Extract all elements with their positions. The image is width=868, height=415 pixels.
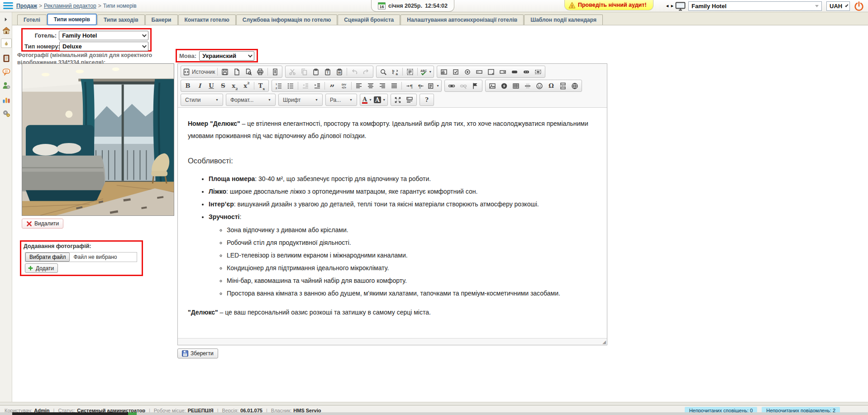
numbered-list-button[interactable]: 12 <box>273 81 285 91</box>
special-char-button[interactable]: Ω <box>545 81 557 91</box>
swap-arrows-icon[interactable]: ◄► <box>665 4 675 8</box>
workstation-icon[interactable] <box>675 2 686 11</box>
logout-power-button[interactable] <box>854 1 864 12</box>
save-button[interactable]: Зберегти <box>177 348 218 358</box>
strikethrough-button[interactable]: S <box>217 81 229 91</box>
language-button[interactable]: ▼ <box>427 81 440 91</box>
currency-select[interactable]: UAH <box>826 1 850 11</box>
anchor-button[interactable] <box>469 81 481 91</box>
new-page-button[interactable] <box>231 67 243 77</box>
sales-icon[interactable]: $ <box>1 38 12 48</box>
tab-4[interactable]: Банери <box>145 14 178 25</box>
table-button[interactable] <box>510 81 522 91</box>
chat-icon[interactable] <box>1 67 12 77</box>
tab-7[interactable]: Сценарій броніста <box>338 14 400 25</box>
align-left-button[interactable] <box>353 81 365 91</box>
superscript-button[interactable]: x2 <box>241 81 253 91</box>
editor-content[interactable]: Номер "Делюкс" – це втілення елегантност… <box>178 108 607 338</box>
menu-icon[interactable] <box>3 2 13 10</box>
night-audit-warning[interactable]: ! Проведіть нічний аудит! <box>564 0 653 10</box>
reports-icon[interactable] <box>1 94 12 105</box>
tab-8[interactable]: Налаштування автосинхронізації готелів <box>401 14 524 25</box>
source-button[interactable]: Источник <box>182 67 216 77</box>
text-color-button[interactable]: A▼ <box>361 95 373 105</box>
radio-button[interactable] <box>462 67 473 77</box>
image-button[interactable] <box>486 81 498 91</box>
journal-icon[interactable] <box>1 53 12 64</box>
size-combo[interactable]: Ра...▼ <box>327 95 356 105</box>
redo-icon <box>362 68 370 76</box>
div-container-button[interactable]: DIV</> <box>338 81 350 91</box>
remove-format-button[interactable]: Tx <box>256 81 267 91</box>
expand-arrow-icon[interactable] <box>4 17 8 22</box>
background-color-button[interactable]: A▼ <box>373 95 386 105</box>
select-field-button[interactable] <box>497 67 509 77</box>
add-photo-button[interactable]: Додати <box>25 263 58 273</box>
format-combo[interactable]: Формат...▼ <box>227 95 274 105</box>
bold-button[interactable]: B <box>182 81 194 91</box>
room-type-select[interactable]: Deluxe <box>59 42 148 51</box>
replace-button[interactable]: ba <box>389 67 401 77</box>
button-field-button[interactable] <box>509 67 520 77</box>
paste-plain-text-button[interactable]: T <box>322 67 334 77</box>
align-justify-button[interactable] <box>388 81 400 91</box>
link-button[interactable] <box>446 81 458 91</box>
italic-button[interactable]: I <box>194 81 205 91</box>
find-button[interactable] <box>377 67 389 77</box>
align-center-button[interactable] <box>365 81 377 91</box>
preview-button[interactable] <box>243 67 254 77</box>
select-all-button[interactable] <box>404 67 416 77</box>
delete-photo-button[interactable]: Видалити <box>22 219 63 229</box>
breadcrumb-item[interactable]: Продаж <box>16 3 37 9</box>
paste-from-word-button[interactable]: W <box>334 67 345 77</box>
about-button[interactable]: ? <box>421 95 433 105</box>
language-select[interactable]: Украинский <box>199 51 254 61</box>
choose-file-button[interactable]: Вибрати файл <box>25 253 70 262</box>
form-button[interactable] <box>438 67 450 77</box>
hidden-field-button[interactable] <box>532 67 544 77</box>
subscript-button[interactable]: x2 <box>229 81 241 91</box>
show-blocks-button[interactable]: P <box>404 95 415 105</box>
text-field-button[interactable] <box>473 67 485 77</box>
breadcrumb-item[interactable]: Рекламний редактор <box>44 3 96 9</box>
settings-icon[interactable] <box>1 108 12 119</box>
italic-icon: I <box>198 83 201 89</box>
horizontal-rule-button[interactable] <box>522 81 534 91</box>
toolbar-group: Ра...▼ <box>325 94 357 106</box>
font-combo[interactable]: Шрифт▼ <box>280 95 321 105</box>
tab-9[interactable]: Шаблон події календаря <box>524 14 603 25</box>
hotel-select[interactable]: Family Hotel <box>688 1 822 11</box>
blockquote-button[interactable]: ” <box>326 81 338 91</box>
tab-3[interactable]: Типи заходів <box>97 14 145 25</box>
home-icon[interactable] <box>1 25 12 36</box>
checkbox-button[interactable] <box>450 67 462 77</box>
room-photo[interactable] <box>22 63 174 216</box>
paste-button[interactable] <box>310 67 322 77</box>
smiley-button[interactable] <box>534 81 545 91</box>
image-button-button[interactable] <box>520 67 532 77</box>
styles-combo[interactable]: Стили▼ <box>182 95 222 105</box>
textarea-button[interactable] <box>485 67 497 77</box>
tab-2[interactable]: Типи номерів <box>47 14 97 25</box>
text-direction-ltr-button[interactable]: ¶ <box>403 81 415 91</box>
save-button[interactable] <box>219 67 231 77</box>
spell-check-button[interactable]: ABC▼ <box>419 67 433 77</box>
resize-handle[interactable]: ◢ <box>602 339 606 345</box>
user-settings-icon[interactable] <box>1 80 12 91</box>
indent-button[interactable] <box>311 81 323 91</box>
flash-button[interactable] <box>498 81 510 91</box>
tab-5[interactable]: Контакти готелю <box>178 14 236 25</box>
tab-1[interactable]: Готелі <box>17 14 47 25</box>
hotel-filter-select[interactable]: Family Hotel <box>59 31 148 40</box>
align-right-button[interactable] <box>377 81 388 91</box>
text-direction-rtl-button[interactable]: ¶ <box>415 81 427 91</box>
iframe-button[interactable] <box>569 81 581 91</box>
bulleted-list-button[interactable] <box>285 81 296 91</box>
underline-button[interactable]: U <box>205 81 217 91</box>
print-button[interactable] <box>254 67 266 77</box>
maximize-button[interactable] <box>392 95 404 105</box>
topbar: Продаж>Рекламний редактор>Типи номерів 1… <box>0 0 868 12</box>
page-break-button[interactable] <box>557 81 569 91</box>
tab-6[interactable]: Службова інформація по готелю <box>236 14 338 25</box>
templates-button[interactable] <box>269 67 281 77</box>
